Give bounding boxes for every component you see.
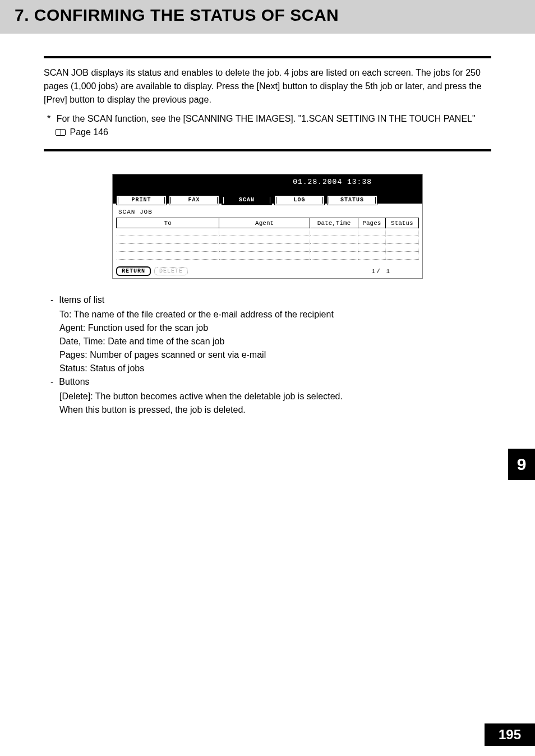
description-block: Items of list To: The name of the file c… bbox=[44, 293, 491, 417]
note-text: For the SCAN function, see the [SCANNING… bbox=[57, 114, 476, 123]
buttons-header: Buttons bbox=[44, 375, 491, 389]
touch-panel: 01.28.2004 13:38 PRINT FAX SCAN LOG STAT… bbox=[112, 174, 423, 279]
items-of-list-header: Items of list bbox=[44, 293, 491, 307]
col-status: Status bbox=[385, 218, 418, 228]
return-button[interactable]: RETURN bbox=[116, 266, 151, 276]
col-pages: Pages bbox=[358, 218, 386, 228]
desc-delete-2: When this button is pressed, the job is … bbox=[59, 403, 491, 417]
divider-top bbox=[44, 56, 491, 58]
touch-panel-wrap: 01.28.2004 13:38 PRINT FAX SCAN LOG STAT… bbox=[44, 174, 491, 279]
page-title: 7. CONFIRMING THE STATUS OF SCAN bbox=[15, 6, 520, 25]
page-indicator: 1/ 1 bbox=[372, 268, 391, 275]
tab-fax[interactable]: FAX bbox=[169, 195, 219, 205]
scan-job-label: SCAN JOB bbox=[118, 209, 419, 215]
tab-scan[interactable]: SCAN bbox=[222, 195, 272, 205]
chapter-tab: 9 bbox=[508, 449, 535, 480]
col-to: To bbox=[117, 218, 219, 228]
desc-pages: Pages: Number of pages scanned or sent v… bbox=[59, 348, 491, 362]
content-area: SCAN JOB displays its status and enables… bbox=[0, 34, 535, 417]
note-page-ref: Page 146 bbox=[70, 127, 108, 137]
title-bar: 7. CONFIRMING THE STATUS OF SCAN bbox=[0, 0, 535, 34]
tab-print[interactable]: PRINT bbox=[116, 195, 167, 205]
divider-bottom bbox=[44, 149, 491, 151]
desc-status: Status: Status of jobs bbox=[59, 362, 491, 375]
table-row[interactable] bbox=[117, 244, 419, 252]
tab-log[interactable]: LOG bbox=[274, 195, 325, 205]
table-row[interactable] bbox=[117, 228, 419, 236]
job-table: To Agent Date,Time Pages Status bbox=[116, 218, 419, 260]
tab-status[interactable]: STATUS bbox=[327, 195, 377, 205]
book-icon bbox=[56, 129, 66, 136]
page-number: 195 bbox=[485, 723, 535, 746]
table-row[interactable] bbox=[117, 252, 419, 260]
clock-text: 01.28.2004 13:38 bbox=[293, 178, 372, 186]
delete-button[interactable]: DELETE bbox=[154, 267, 188, 275]
intro-paragraph: SCAN JOB displays its status and enables… bbox=[44, 66, 491, 107]
table-row[interactable] bbox=[117, 236, 419, 244]
desc-agent: Agent: Function used for the scan job bbox=[59, 321, 491, 335]
panel-tab-row: PRINT FAX SCAN LOG STATUS bbox=[113, 195, 422, 205]
table-header-row: To Agent Date,Time Pages Status bbox=[117, 218, 419, 228]
panel-footer: RETURN DELETE 1/ 1 bbox=[113, 263, 422, 278]
desc-delete-1: [Delete]: The button becomes active when… bbox=[59, 390, 491, 403]
desc-datetime: Date, Time: Date and time of the scan jo… bbox=[59, 335, 491, 348]
col-agent: Agent bbox=[219, 218, 310, 228]
col-datetime: Date,Time bbox=[310, 218, 358, 228]
desc-to: To: The name of the file created or the … bbox=[59, 308, 491, 321]
panel-body: SCAN JOB To Agent Date,Time Pages Status bbox=[113, 205, 422, 263]
scan-reference-note: * For the SCAN function, see the [SCANNI… bbox=[44, 112, 491, 139]
asterisk-icon: * bbox=[47, 114, 50, 123]
